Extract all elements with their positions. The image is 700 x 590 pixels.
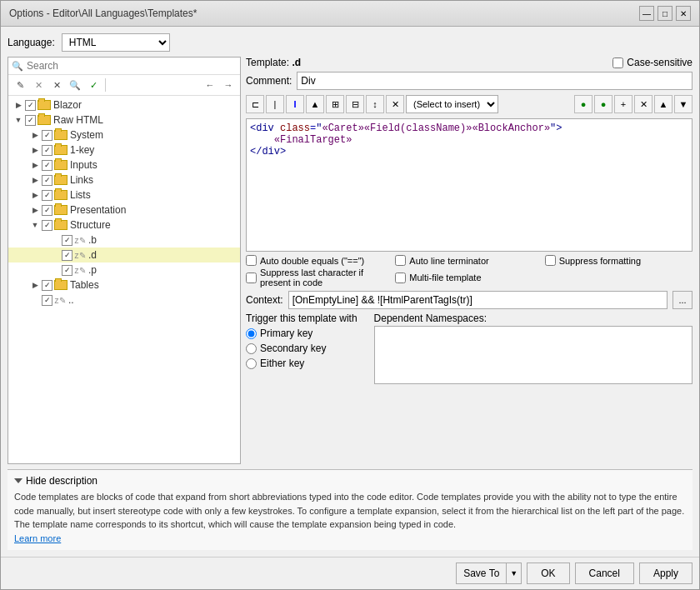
- ed-btn-6[interactable]: ⊟: [346, 95, 364, 113]
- checkbox-b[interactable]: [62, 235, 72, 246]
- hide-description-toggle[interactable]: Hide description: [14, 475, 686, 487]
- expand-lists-icon[interactable]: [28, 188, 42, 202]
- tree-item-structure[interactable]: Structure: [8, 218, 240, 232]
- ed-btn-7[interactable]: ↕: [366, 95, 384, 113]
- cancel-button[interactable]: Cancel: [575, 562, 634, 584]
- checkbox-rawhtml[interactable]: [25, 115, 36, 126]
- auto-double-checkbox[interactable]: [246, 255, 257, 266]
- checkbox-p[interactable]: [62, 265, 72, 276]
- ed-green1-button[interactable]: ●: [574, 95, 592, 113]
- code-editor[interactable]: <div class="«Caret»«Field(className)»«Bl…: [246, 118, 692, 252]
- tree-item-d[interactable]: z✎ .d: [8, 248, 240, 262]
- title-bar: Options - Editor\All Languages\Templates…: [1, 1, 699, 27]
- case-sensitive-checkbox[interactable]: [612, 58, 623, 68]
- left-panel: 🔍 ✎ ✕ ✕ 🔍 ✓ ← →: [8, 57, 241, 464]
- check-button[interactable]: ✓: [85, 77, 102, 93]
- tree-item-tables[interactable]: Tables: [8, 278, 240, 292]
- ed-btn-8[interactable]: ✕: [386, 95, 404, 113]
- minimize-button[interactable]: —: [639, 6, 654, 21]
- ed-green2-button[interactable]: ●: [594, 95, 612, 113]
- search-input[interactable]: [27, 60, 237, 72]
- apply-button[interactable]: Apply: [639, 562, 692, 584]
- add-button[interactable]: ✕: [30, 77, 47, 93]
- ok-button[interactable]: OK: [527, 562, 569, 584]
- ed-arrowup-button[interactable]: ▲: [654, 95, 672, 113]
- learn-more-link[interactable]: Learn more: [14, 533, 61, 543]
- folder-1key-icon: [54, 145, 68, 155]
- language-row: Language: HTML CSS JavaScript PHP XML: [8, 33, 692, 52]
- edit-button[interactable]: ✎: [12, 77, 28, 93]
- expand-blazor-icon[interactable]: [12, 98, 25, 112]
- tree-item-inputs[interactable]: Inputs: [8, 158, 240, 172]
- tree-item-lists[interactable]: Lists: [8, 188, 240, 202]
- ed-btn-4[interactable]: ▲: [306, 95, 324, 113]
- checkbox-blazor[interactable]: [25, 100, 36, 111]
- close-button[interactable]: ✕: [676, 6, 691, 21]
- maximize-button[interactable]: □: [658, 6, 672, 21]
- namespaces-textarea[interactable]: [374, 326, 692, 384]
- window-controls: — □ ✕: [639, 6, 691, 21]
- tree-item-1key[interactable]: 1-key: [8, 142, 240, 158]
- comment-label: Comment:: [246, 75, 292, 87]
- suppress-last-checkbox[interactable]: [246, 272, 257, 283]
- save-to-dropdown-arrow[interactable]: ▼: [507, 563, 521, 583]
- checkbox-lists[interactable]: [42, 190, 52, 201]
- find-button[interactable]: 🔍: [67, 77, 83, 93]
- radio-secondary[interactable]: [246, 343, 257, 354]
- checkbox-tables[interactable]: [42, 280, 52, 291]
- checkbox-d[interactable]: [62, 250, 72, 261]
- radio-either[interactable]: [246, 358, 257, 369]
- expand-structure-icon[interactable]: [28, 218, 42, 232]
- expand-links-icon[interactable]: [28, 173, 42, 187]
- checkbox-system[interactable]: [42, 130, 52, 141]
- expand-presentation-icon[interactable]: [28, 203, 42, 217]
- tree-item-links[interactable]: Links: [8, 172, 240, 188]
- description-text: Code templates are blocks of code that e…: [14, 490, 686, 545]
- right-panel: Template: .d Case-sensitive Comment: ⊏: [246, 57, 692, 464]
- radio-primary[interactable]: [246, 328, 257, 339]
- arrow-right-button[interactable]: →: [220, 77, 237, 93]
- ed-plus-button[interactable]: +: [614, 95, 632, 113]
- ed-arrowdown-button[interactable]: ▼: [674, 95, 692, 113]
- ed-times-button[interactable]: ✕: [634, 95, 652, 113]
- expand-tables-icon[interactable]: [28, 278, 42, 292]
- tree-item-dotdot[interactable]: z✎ ..: [8, 292, 240, 308]
- checkbox-dotdot[interactable]: [42, 295, 52, 306]
- context-input[interactable]: [288, 291, 668, 309]
- tree-item-blazor[interactable]: Blazor: [8, 98, 240, 112]
- language-select[interactable]: HTML CSS JavaScript PHP XML: [62, 33, 170, 52]
- insert-select[interactable]: (Select to insert): [406, 95, 498, 113]
- tree-label-d: .d: [88, 249, 97, 261]
- save-to-button[interactable]: Save To ▼: [456, 562, 522, 584]
- ed-btn-5[interactable]: ⊞: [326, 95, 344, 113]
- checkbox-presentation[interactable]: [42, 205, 52, 216]
- comment-input[interactable]: [297, 72, 692, 90]
- expand-1key-icon[interactable]: [28, 143, 42, 157]
- ed-btn-2[interactable]: |: [266, 95, 284, 113]
- expand-inputs-icon[interactable]: [28, 158, 42, 172]
- template-name: .d: [292, 57, 301, 68]
- tree-area[interactable]: Blazor Raw HTML: [8, 96, 240, 463]
- delete-button[interactable]: ✕: [48, 77, 65, 93]
- expand-system-icon[interactable]: [28, 128, 42, 142]
- tree-item-p[interactable]: z✎ .p: [8, 262, 240, 278]
- checkbox-inputs[interactable]: [42, 160, 52, 171]
- ed-btn-1[interactable]: ⊏: [246, 95, 264, 113]
- options-dialog: Options - Editor\All Languages\Templates…: [0, 0, 700, 590]
- expand-rawhtml-icon[interactable]: [12, 113, 25, 127]
- checkbox-links[interactable]: [42, 175, 52, 186]
- save-to-label[interactable]: Save To: [457, 563, 507, 583]
- tree-item-presentation[interactable]: Presentation: [8, 202, 240, 218]
- context-browse-button[interactable]: ...: [672, 291, 692, 309]
- auto-line-checkbox[interactable]: [395, 255, 406, 266]
- opt-multifile: Multi-file template: [395, 268, 542, 288]
- checkbox-structure[interactable]: [42, 220, 52, 231]
- multifile-checkbox[interactable]: [395, 272, 406, 283]
- ed-btn-3[interactable]: I: [286, 95, 304, 113]
- tree-item-system[interactable]: System: [8, 128, 240, 142]
- tree-item-rawhtml[interactable]: Raw HTML: [8, 112, 240, 128]
- suppress-format-checkbox[interactable]: [545, 255, 556, 266]
- checkbox-1key[interactable]: [42, 145, 52, 156]
- arrow-left-button[interactable]: ←: [202, 77, 218, 93]
- tree-item-b[interactable]: z✎ .b: [8, 232, 240, 248]
